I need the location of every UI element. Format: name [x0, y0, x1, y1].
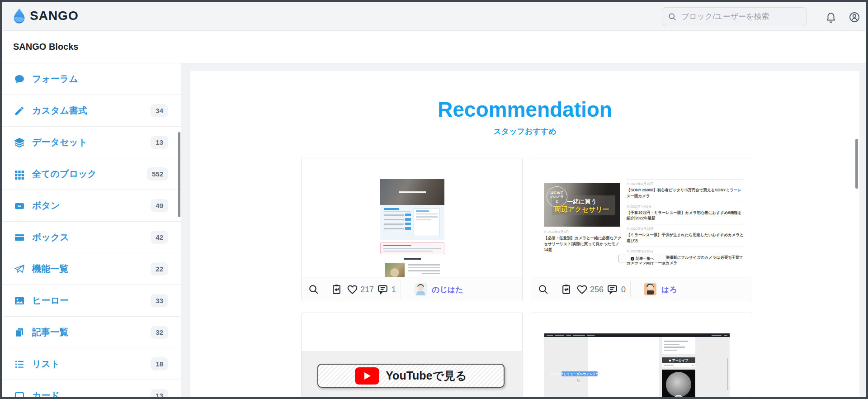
sidebar-item-forum[interactable]: フォーラム: [2, 63, 181, 95]
comment-count: 1: [392, 285, 396, 294]
block-preview-thumbnail: [380, 179, 444, 285]
comment-count: 0: [621, 285, 626, 294]
author-avatar[interactable]: [415, 283, 427, 295]
sidebar-item-label: カスタム書式: [32, 104, 87, 117]
page-breadcrumb: SANGO Blocks: [13, 42, 78, 52]
watch-on-youtube-button[interactable]: YouTubeで見る: [317, 364, 505, 388]
search-input[interactable]: [681, 12, 794, 21]
block-card-article-list[interactable]: はじめてのカメラと 一緒に買う 周辺アクセサリー ⟳2022年4月6日 【必須・…: [531, 158, 752, 301]
comment-count-icon[interactable]: [607, 284, 618, 295]
main-panel: Recommendation スタッフおすすめ: [190, 71, 859, 397]
droplet-icon: [13, 8, 25, 24]
featured-post-title: 【必須・任意別】カメラと一緒に必要なアクセサリーリスト|実際に買って良かったモノ…: [544, 235, 622, 252]
sidebar-item-custom-format[interactable]: カスタム書式 34: [2, 95, 181, 127]
widget-square-icon: [669, 360, 671, 361]
featured-post-date: ⟳2022年4月6日: [544, 230, 569, 234]
sidebar-item-hero[interactable]: ヒーロー 33: [2, 285, 181, 317]
notifications-bell-icon[interactable]: [825, 11, 837, 23]
featured-title-line1: 一緒に買う: [544, 198, 620, 206]
sidebar-item-label: 記事一覧: [32, 326, 68, 338]
youtube-embed-area: YouTubeで見る: [302, 351, 522, 397]
zoom-preview-icon[interactable]: [308, 284, 319, 295]
box-icon: [14, 232, 25, 243]
sidebar-item-card[interactable]: カード 13: [2, 380, 181, 397]
update-icon: ⟳: [627, 205, 629, 208]
pencil-icon: [14, 105, 25, 116]
like-heart-icon[interactable]: [347, 284, 358, 295]
copy-block-icon[interactable]: [331, 284, 342, 295]
youtube-play-icon: [355, 367, 379, 385]
like-heart-icon[interactable]: [576, 284, 588, 295]
preview-scrollbar: [727, 358, 728, 390]
sidebar-item-label: ボックス: [32, 231, 69, 243]
footer-divider: [630, 281, 631, 298]
button-icon: [14, 200, 25, 211]
sidebar-item-dataset[interactable]: データセット 13: [2, 127, 181, 158]
widget-moon-image: [662, 370, 695, 397]
article-title: 【予算10万円・ミラーレス一眼】カメラ初心者におすすめ6機種を紹介|2022年最…: [627, 210, 744, 222]
sidebar-item-all-blocks[interactable]: 全てのブロック 552: [2, 158, 181, 190]
count-badge: 13: [151, 136, 168, 149]
author-link[interactable]: はろ: [661, 285, 677, 295]
count-badge: 552: [147, 167, 168, 180]
preview-news-section: [380, 205, 444, 240]
preview-sidebar-widgets: アーカイブ ▾: [662, 337, 695, 397]
block-card-modal-window[interactable]: クリックしてモーダルウィンドウを開く ↻ アーカイブ ▾: [531, 313, 752, 397]
list-icon: [14, 359, 25, 370]
sidebar-item-label: ヒーロー: [32, 294, 69, 307]
preview-featured-image: はじめてのカメラと 一緒に買う 周辺アクセサリー: [544, 183, 620, 227]
logo-text: SANGO: [30, 9, 79, 23]
article-entry: ⟳2022年4月16日 【SONY α6000】初心者ピッタリ!5万円台で買える…: [627, 179, 744, 202]
author-link[interactable]: のじはた: [432, 285, 463, 295]
sidebar: フォーラム カスタム書式 34 データセット 13 全てのブロック 5: [2, 63, 181, 397]
app-window: SANGO SANGO Blocks フォーラム: [0, 0, 868, 399]
copy-block-icon[interactable]: [561, 284, 572, 295]
count-badge: 18: [151, 357, 168, 370]
card-footer: 217 1 のじはた: [302, 277, 522, 301]
article-entry: ⟳2022年3月28日 【ミラーレス一眼】子供が生まれたら用意したいおすすめカメ…: [627, 224, 744, 247]
article-title: 【ミラーレス一眼】子供が生まれたら用意したいおすすめカメラと選び方: [627, 232, 744, 244]
sango-logo[interactable]: SANGO: [13, 8, 79, 24]
like-count: 217: [360, 285, 374, 294]
sidebar-item-label: ボタン: [32, 200, 60, 212]
article-entry: ⟳2022年4月6日 【予算10万円・ミラーレス一眼】カメラ初心者におすすめ6機…: [627, 202, 744, 224]
widget-archive-header: アーカイブ: [662, 357, 695, 363]
sidebar-item-post-list[interactable]: 記事一覧 32: [2, 317, 181, 348]
sidebar-scrollbar[interactable]: [178, 132, 180, 217]
block-preview-thumbnail: クリックしてモーダルウィンドウを開く ↻ アーカイブ ▾: [544, 333, 730, 397]
card-footer: 256 0 はろ: [531, 277, 752, 301]
featured-title-line2: 周辺アクセサリー: [544, 205, 620, 214]
sidebar-item-button[interactable]: ボタン 49: [2, 190, 181, 222]
update-icon: ⟳: [544, 230, 547, 233]
user-account-icon[interactable]: [849, 11, 860, 23]
article-date: 2022年4月16日: [630, 182, 654, 186]
sidebar-item-list[interactable]: リスト 18: [2, 348, 181, 380]
widget-links: [662, 337, 695, 354]
search-box[interactable]: [662, 7, 807, 26]
count-badge: 32: [151, 326, 168, 339]
youtube-button-label: YouTubeで見る: [386, 368, 467, 383]
preview-dog-photo: [385, 263, 405, 278]
preview-hero-image: [380, 179, 444, 205]
update-icon: ⟳: [627, 250, 629, 253]
comment-icon: [14, 74, 25, 85]
block-card-animal-site[interactable]: 217 1 のじはた: [301, 158, 523, 301]
zoom-preview-icon[interactable]: [538, 284, 549, 295]
count-badge: 22: [151, 262, 168, 276]
layers-icon: [14, 137, 25, 148]
comment-count-icon[interactable]: [377, 284, 388, 295]
open-modal-button-preview: クリックしてモーダルウィンドウを開く: [561, 371, 598, 376]
author-avatar[interactable]: [644, 283, 656, 295]
sidebar-item-features[interactable]: 機能一覧 22: [2, 253, 181, 285]
sidebar-item-label: リスト: [32, 358, 60, 370]
article-date: 2022年3月30日: [630, 249, 654, 253]
sidebar-item-label: データセット: [32, 136, 87, 148]
more-articles-button: ▸ 記事一覧へ: [618, 255, 666, 262]
card-icon: [14, 390, 25, 397]
sidebar-item-label: 機能一覧: [32, 263, 68, 275]
main-scrollbar[interactable]: [855, 139, 858, 189]
sub-header: SANGO Blocks: [2, 31, 866, 63]
block-card-youtube[interactable]: YouTubeで見る: [301, 313, 523, 397]
search-icon: [668, 12, 677, 21]
sidebar-item-box[interactable]: ボックス 42: [2, 222, 181, 253]
